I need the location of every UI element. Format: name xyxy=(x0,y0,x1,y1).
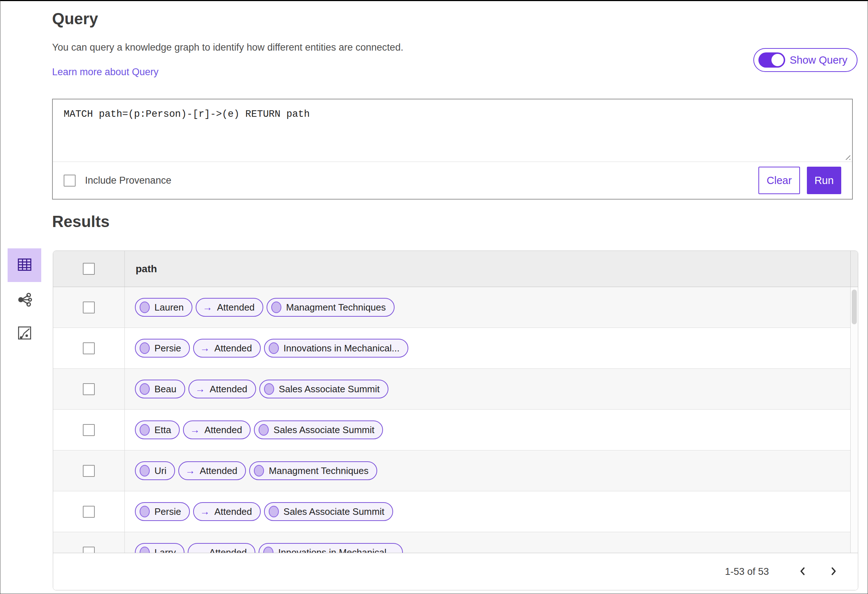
node-icon xyxy=(140,465,150,476)
graph-view-icon xyxy=(17,292,32,308)
node-icon xyxy=(140,547,150,553)
target-node-label: Sales Associate Summit xyxy=(273,424,374,436)
edge-label: Attended xyxy=(217,302,255,313)
column-header-path[interactable]: path xyxy=(125,251,850,287)
target-node-label: Managment Techniques xyxy=(269,465,369,476)
edge-arrow-icon: → xyxy=(185,466,195,476)
table-row: Lauren → Attended Managment Techniques xyxy=(53,287,850,328)
pagination-range-label: 1-53 of 53 xyxy=(725,566,769,577)
node-icon xyxy=(263,547,273,553)
target-node-label: Innovations in Mechanical... xyxy=(278,547,394,553)
source-node-pill[interactable]: Persie xyxy=(135,339,190,358)
edge-label: Attended xyxy=(210,383,247,395)
row-checkbox[interactable] xyxy=(83,302,95,314)
edge-pill[interactable]: → Attended xyxy=(189,380,256,398)
query-description: You can query a knowledge graph to ident… xyxy=(52,42,403,53)
target-node-label: Sales Associate Summit xyxy=(283,506,384,517)
row-checkbox[interactable] xyxy=(83,506,95,518)
node-icon xyxy=(254,465,264,476)
edge-arrow-icon: → xyxy=(190,425,200,435)
row-checkbox[interactable] xyxy=(83,342,95,354)
edge-pill[interactable]: → Attended xyxy=(193,339,261,358)
target-node-pill[interactable]: Sales Associate Summit xyxy=(254,420,383,439)
table-view-icon xyxy=(17,258,32,273)
source-node-pill[interactable]: Larry xyxy=(135,543,185,553)
clear-button[interactable]: Clear xyxy=(759,167,800,194)
show-query-toggle-label: Show Query xyxy=(790,54,847,66)
node-icon xyxy=(264,383,274,395)
edge-pill[interactable]: → Attended xyxy=(188,543,255,553)
row-checkbox[interactable] xyxy=(83,547,95,553)
query-editor-panel: MATCH path=(p:Person)-[r]->(e) RETURN pa… xyxy=(52,99,853,200)
toggle-switch-icon[interactable] xyxy=(759,52,785,68)
show-query-toggle[interactable]: Show Query xyxy=(753,48,858,72)
vertical-scrollbar[interactable] xyxy=(850,287,858,553)
view-switcher-graph[interactable] xyxy=(7,292,41,308)
node-icon xyxy=(258,424,269,436)
query-page: Query You can query a knowledge graph to… xyxy=(0,0,868,594)
results-title: Results xyxy=(52,212,109,231)
results-table: path Lauren → Attended Managment Techniq… xyxy=(53,251,858,590)
node-icon xyxy=(269,342,279,354)
source-node-label: Uri xyxy=(154,465,166,476)
node-icon xyxy=(271,302,281,313)
node-icon xyxy=(140,342,150,354)
node-icon xyxy=(140,424,150,436)
edge-pill[interactable]: → Attended xyxy=(178,461,246,480)
page-title: Query xyxy=(52,10,98,28)
edge-label: Attended xyxy=(214,506,252,517)
view-switcher-table[interactable] xyxy=(7,248,41,282)
node-icon xyxy=(140,302,150,313)
node-icon xyxy=(269,506,279,517)
source-node-label: Persie xyxy=(154,506,181,517)
row-checkbox[interactable] xyxy=(83,424,95,436)
next-page-button[interactable] xyxy=(830,566,838,578)
source-node-pill[interactable]: Beau xyxy=(135,380,185,398)
edge-pill[interactable]: → Attended xyxy=(193,502,261,521)
edge-label: Attended xyxy=(200,465,237,476)
node-icon xyxy=(140,506,150,517)
target-node-pill[interactable]: Sales Associate Summit xyxy=(264,502,393,521)
source-node-label: Persie xyxy=(154,343,181,354)
source-node-pill[interactable]: Persie xyxy=(135,502,190,521)
edge-arrow-icon: → xyxy=(202,303,212,312)
source-node-pill[interactable]: Etta xyxy=(135,420,180,439)
table-header-row: path xyxy=(53,251,858,287)
edge-pill[interactable]: → Attended xyxy=(196,298,263,317)
target-node-label: Innovations in Mechanical... xyxy=(283,343,400,354)
node-icon xyxy=(140,383,150,395)
edge-label: Attended xyxy=(209,547,247,553)
source-node-pill[interactable]: Uri xyxy=(135,461,175,480)
target-node-pill[interactable]: Managment Techniques xyxy=(267,298,394,317)
run-button[interactable]: Run xyxy=(807,167,841,194)
source-node-label: Lauren xyxy=(154,302,184,313)
table-row: Persie → Attended Innovations in Mechani… xyxy=(53,328,850,369)
row-checkbox[interactable] xyxy=(83,465,95,477)
table-rows: Lauren → Attended Managment Techniques P… xyxy=(53,287,850,553)
previous-page-button[interactable] xyxy=(799,566,806,578)
chevron-right-icon xyxy=(830,566,838,578)
include-provenance-label: Include Provenance xyxy=(85,175,171,186)
row-checkbox[interactable] xyxy=(83,383,95,395)
source-node-label: Etta xyxy=(154,424,171,436)
table-row: Etta → Attended Sales Associate Summit xyxy=(53,410,850,451)
select-all-checkbox[interactable] xyxy=(83,263,95,275)
target-node-pill[interactable]: Managment Techniques xyxy=(249,461,377,480)
query-editor-input[interactable]: MATCH path=(p:Person)-[r]->(e) RETURN pa… xyxy=(53,99,852,162)
source-node-label: Larry xyxy=(154,547,176,553)
include-provenance-checkbox[interactable] xyxy=(63,175,75,187)
scrollbar-thumb[interactable] xyxy=(852,290,857,324)
learn-more-link[interactable]: Learn more about Query xyxy=(52,66,158,78)
source-node-label: Beau xyxy=(154,383,177,395)
view-switcher-chart[interactable] xyxy=(7,326,41,342)
edge-pill[interactable]: → Attended xyxy=(183,420,251,439)
edge-label: Attended xyxy=(204,424,242,436)
target-node-pill[interactable]: Sales Associate Summit xyxy=(259,380,388,398)
edge-arrow-icon: → xyxy=(195,384,205,394)
source-node-pill[interactable]: Lauren xyxy=(135,298,192,317)
target-node-pill[interactable]: Innovations in Mechanical... xyxy=(264,339,408,358)
edge-arrow-icon: → xyxy=(200,507,210,517)
table-row: Beau → Attended Sales Associate Summit xyxy=(53,369,850,410)
edge-label: Attended xyxy=(214,343,252,354)
target-node-pill[interactable]: Innovations in Mechanical... xyxy=(258,543,403,553)
